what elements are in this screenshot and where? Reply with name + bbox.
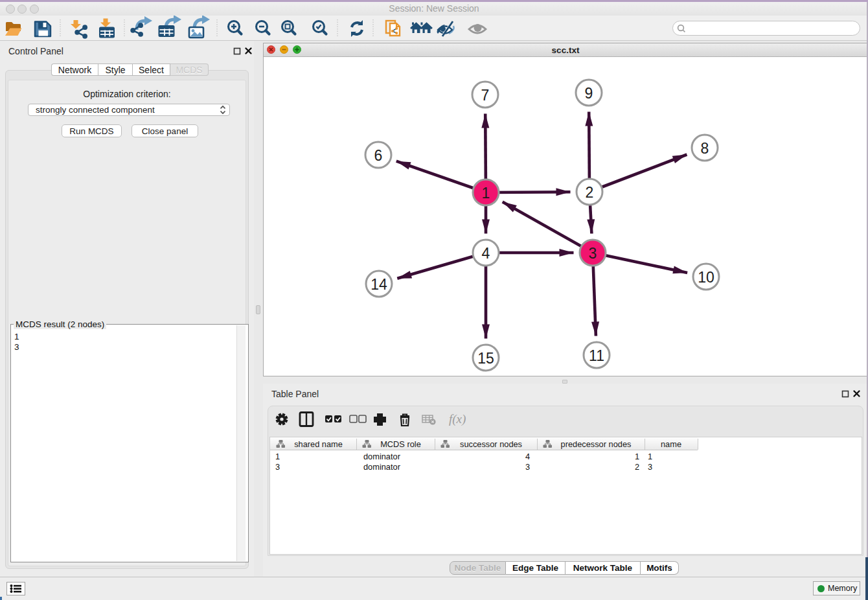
svg-text:11: 11 — [589, 347, 604, 364]
svg-text:1: 1 — [482, 185, 490, 202]
svg-text:8: 8 — [701, 140, 709, 157]
svg-text:3: 3 — [589, 245, 597, 262]
svg-text:7: 7 — [481, 87, 490, 104]
svg-text:4: 4 — [482, 245, 490, 262]
svg-text:6: 6 — [374, 147, 383, 164]
svg-text:15: 15 — [477, 350, 494, 367]
svg-text:14: 14 — [371, 276, 387, 293]
svg-text:2: 2 — [586, 184, 594, 201]
svg-text:9: 9 — [585, 85, 593, 102]
svg-text:10: 10 — [698, 269, 714, 286]
